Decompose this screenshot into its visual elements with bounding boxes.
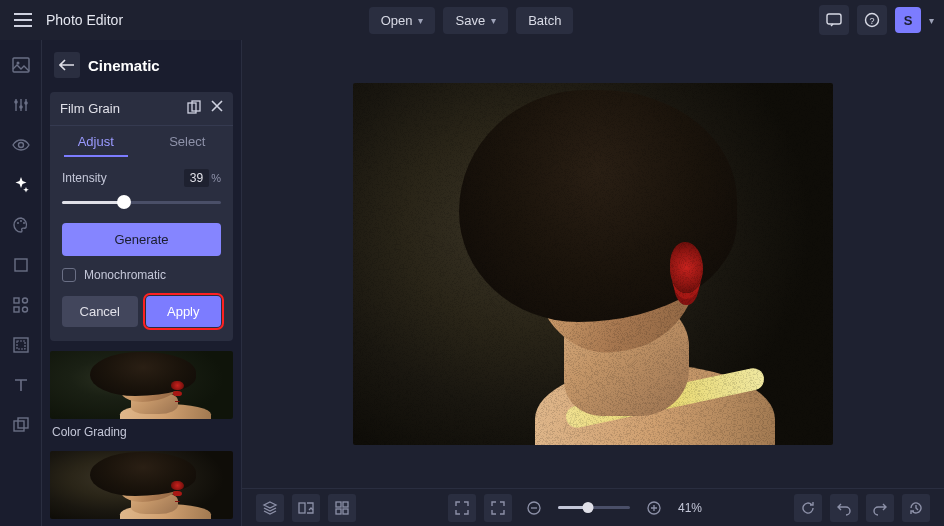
- duplicate-icon: [187, 100, 201, 114]
- grid-icon: [334, 500, 350, 516]
- monochromatic-row[interactable]: Monochromatic: [62, 268, 221, 282]
- intensity-value-box: 39 %: [184, 169, 221, 187]
- account-chevron-down-icon[interactable]: ▾: [929, 15, 934, 26]
- svg-rect-20: [18, 418, 28, 428]
- main-area: Cinematic Film Grain Adjust Select: [0, 40, 944, 526]
- redo-icon: [872, 500, 888, 516]
- header-center: Open ▾ Save ▾ Batch: [369, 7, 574, 34]
- fit-icon: [490, 500, 506, 516]
- help-button[interactable]: ?: [857, 5, 887, 35]
- svg-rect-27: [343, 509, 348, 514]
- preset-anamorphic[interactable]: Anamorphic: [50, 451, 233, 526]
- open-button[interactable]: Open ▾: [369, 7, 436, 34]
- back-button[interactable]: [54, 52, 80, 78]
- zoom-out-button[interactable]: [520, 494, 548, 522]
- avatar[interactable]: S: [895, 7, 921, 33]
- effects-sidebar: Cinematic Film Grain Adjust Select: [42, 40, 242, 526]
- frame-tool-icon[interactable]: [10, 334, 32, 356]
- svg-rect-23: [299, 503, 305, 513]
- svg-point-9: [17, 222, 19, 224]
- palette-tool-icon[interactable]: [10, 214, 32, 236]
- monochromatic-label: Monochromatic: [84, 268, 166, 282]
- canvas-image[interactable]: [353, 83, 833, 445]
- app-title: Photo Editor: [46, 12, 123, 28]
- svg-rect-15: [14, 307, 19, 312]
- generate-button[interactable]: Generate: [62, 223, 221, 256]
- intensity-unit: %: [211, 172, 221, 184]
- compare-button[interactable]: [292, 494, 320, 522]
- comment-icon: [826, 12, 842, 28]
- redo-button[interactable]: [866, 494, 894, 522]
- svg-point-11: [23, 222, 25, 224]
- save-button-label: Save: [455, 13, 485, 28]
- fit-button[interactable]: [484, 494, 512, 522]
- cancel-button[interactable]: Cancel: [62, 296, 138, 327]
- bottom-bar: 41%: [242, 488, 944, 526]
- layers-tool-icon[interactable]: [10, 414, 32, 436]
- adjust-tool-icon[interactable]: [10, 94, 32, 116]
- zoom-slider-thumb[interactable]: [582, 502, 593, 513]
- filter-tabs: Adjust Select: [50, 126, 233, 157]
- duplicate-button[interactable]: [187, 100, 201, 117]
- effects-tool-icon[interactable]: [10, 174, 32, 196]
- svg-point-8: [18, 143, 23, 148]
- monochromatic-checkbox[interactable]: [62, 268, 76, 282]
- undo-button[interactable]: [830, 494, 858, 522]
- zoom-in-icon: [646, 500, 662, 516]
- svg-rect-25: [343, 502, 348, 507]
- bottom-bar-center: 41%: [448, 494, 702, 522]
- zoom-number: 41: [678, 501, 691, 515]
- batch-button[interactable]: Batch: [516, 7, 573, 34]
- zoom-out-icon: [526, 500, 542, 516]
- compare-icon: [298, 500, 314, 516]
- crop-tool-icon[interactable]: [10, 254, 32, 276]
- hamburger-icon: [14, 13, 32, 27]
- tab-adjust[interactable]: Adjust: [50, 126, 142, 157]
- svg-text:?: ?: [869, 16, 874, 26]
- slider-thumb[interactable]: [117, 195, 131, 209]
- close-filter-button[interactable]: [211, 100, 223, 117]
- intensity-slider[interactable]: [62, 193, 221, 211]
- visibility-tool-icon[interactable]: [10, 134, 32, 156]
- canvas-viewport[interactable]: [242, 40, 944, 488]
- refresh-button[interactable]: [794, 494, 822, 522]
- chevron-down-icon: ▾: [491, 15, 496, 26]
- header-right: ? S ▾: [819, 5, 934, 35]
- action-buttons: Cancel Apply: [62, 296, 221, 327]
- shapes-tool-icon[interactable]: [10, 294, 32, 316]
- filter-card: Film Grain Adjust Select Intensity: [50, 92, 233, 341]
- svg-point-4: [16, 62, 19, 65]
- zoom-slider[interactable]: [558, 506, 630, 509]
- zoom-unit: %: [691, 501, 702, 515]
- app-header: Photo Editor Open ▾ Save ▾ Batch ? S ▾: [0, 0, 944, 40]
- preset-color-grading[interactable]: Color Grading: [50, 351, 233, 439]
- svg-rect-26: [336, 509, 341, 514]
- svg-rect-19: [14, 421, 24, 431]
- apply-button[interactable]: Apply: [146, 296, 222, 327]
- bottom-bar-right: [794, 494, 930, 522]
- grid-button[interactable]: [328, 494, 356, 522]
- layers-button[interactable]: [256, 494, 284, 522]
- svg-rect-24: [336, 502, 341, 507]
- panel-header: Cinematic: [50, 50, 233, 80]
- refresh-icon: [800, 500, 816, 516]
- chevron-down-icon: ▾: [418, 15, 423, 26]
- fullscreen-icon: [454, 500, 470, 516]
- svg-rect-0: [827, 14, 841, 24]
- text-tool-icon[interactable]: [10, 374, 32, 396]
- hamburger-menu-button[interactable]: [10, 7, 36, 33]
- save-button[interactable]: Save ▾: [443, 7, 508, 34]
- slider-track: [62, 201, 221, 204]
- intensity-number[interactable]: 39: [184, 169, 209, 187]
- filter-name: Film Grain: [60, 101, 120, 116]
- comments-button[interactable]: [819, 5, 849, 35]
- history-button[interactable]: [902, 494, 930, 522]
- preset-label-color-grading: Color Grading: [50, 425, 233, 439]
- batch-button-label: Batch: [528, 13, 561, 28]
- zoom-in-button[interactable]: [640, 494, 668, 522]
- image-tool-icon[interactable]: [10, 54, 32, 76]
- undo-icon: [836, 500, 852, 516]
- fullscreen-button[interactable]: [448, 494, 476, 522]
- svg-point-14: [22, 298, 27, 303]
- tab-select[interactable]: Select: [142, 126, 234, 157]
